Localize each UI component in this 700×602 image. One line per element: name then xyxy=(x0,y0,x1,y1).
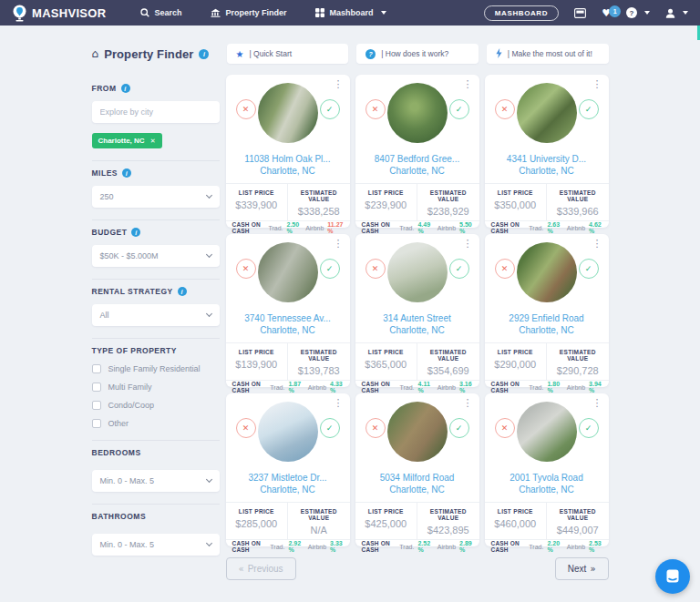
mashvisor-logo[interactable]: MASHVISOR xyxy=(12,5,106,22)
account-menu[interactable] xyxy=(665,8,688,18)
reject-property-button[interactable]: ✕ xyxy=(236,99,256,119)
help-menu[interactable]: ? xyxy=(626,7,650,18)
property-address-link[interactable]: 11038 Holm Oak Pl... xyxy=(226,153,350,165)
miles-select[interactable]: 250 xyxy=(92,186,220,208)
property-card: ✕ ✓ ⋮ 4341 University D... Charlotte, NC… xyxy=(485,75,609,228)
checkbox-condo-coop[interactable]: Condo/Coop xyxy=(92,401,220,410)
info-icon[interactable]: i xyxy=(122,168,131,178)
accept-property-button[interactable]: ✓ xyxy=(579,259,599,279)
info-icon[interactable]: i xyxy=(199,49,209,59)
accept-property-button[interactable]: ✓ xyxy=(320,99,340,119)
bathrooms-value: Min. 0 - Max. 5 xyxy=(100,540,155,549)
check-icon: ✓ xyxy=(456,423,463,433)
x-icon: ✕ xyxy=(242,264,250,273)
mashboard-button[interactable]: MASHBOARD xyxy=(484,5,559,21)
property-city-link[interactable]: Charlotte, NC xyxy=(226,484,350,495)
reject-property-button[interactable]: ✕ xyxy=(365,99,386,119)
property-city-link[interactable]: Charlotte, NC xyxy=(485,165,609,177)
reject-property-button[interactable]: ✕ xyxy=(365,259,386,279)
bathrooms-select[interactable]: Min. 0 - Max. 5 xyxy=(92,534,220,556)
checkbox-multi-family[interactable]: Multi Family xyxy=(92,383,220,392)
trad-coc-value: 2.50 % xyxy=(286,221,299,234)
info-icon[interactable]: i xyxy=(178,287,187,296)
accept-property-button[interactable]: ✓ xyxy=(579,99,599,119)
bedrooms-value: Min. 0 - Max. 5 xyxy=(100,476,155,485)
list-price-label: LIST PRICE xyxy=(228,508,286,515)
cash-on-cash-label: CASH ON CASH xyxy=(362,381,394,393)
kebab-menu-icon[interactable]: ⋮ xyxy=(463,79,473,89)
nav-item-property-finder[interactable]: Property Finder xyxy=(211,8,286,17)
checkbox-icon xyxy=(92,364,101,373)
property-city-link[interactable]: Charlotte, NC xyxy=(485,324,609,336)
property-address-link[interactable]: 314 Auten Street xyxy=(355,312,479,324)
property-city-link[interactable]: Charlotte, NC xyxy=(226,324,350,336)
property-city-link[interactable]: Charlotte, NC xyxy=(485,484,609,495)
nav-item-mashboard[interactable]: Mashboard xyxy=(315,8,386,17)
kebab-menu-icon[interactable]: ⋮ xyxy=(334,239,344,249)
kebab-menu-icon[interactable]: ⋮ xyxy=(592,239,602,249)
next-button[interactable]: Next » xyxy=(555,557,609,580)
accept-property-button[interactable]: ✓ xyxy=(579,418,599,438)
previous-button[interactable]: « Previous xyxy=(226,557,296,580)
property-photo[interactable] xyxy=(258,402,318,462)
airbnb-coc-value: 4.33 % xyxy=(330,381,343,393)
info-icon[interactable]: i xyxy=(121,84,130,93)
chevron-down-icon xyxy=(205,540,211,546)
favorites[interactable]: ♥ 1 xyxy=(602,8,611,18)
kebab-menu-icon[interactable]: ⋮ xyxy=(463,239,473,249)
reject-property-button[interactable]: ✕ xyxy=(495,418,515,438)
accept-property-button[interactable]: ✓ xyxy=(449,418,469,438)
make-the-most-button[interactable]: | Make the most out of it! xyxy=(487,44,609,64)
accept-property-button[interactable]: ✓ xyxy=(320,259,340,279)
property-city-link[interactable]: Charlotte, NC xyxy=(226,165,350,177)
kebab-menu-icon[interactable]: ⋮ xyxy=(463,398,473,408)
accept-property-button[interactable]: ✓ xyxy=(449,259,469,279)
checkbox-single-family[interactable]: Single Family Residential xyxy=(92,364,220,373)
kebab-menu-icon[interactable]: ⋮ xyxy=(592,79,602,89)
property-address-link[interactable]: 2001 Tyvola Road xyxy=(485,472,609,484)
budget-select[interactable]: $50K - $5.000M xyxy=(92,245,220,267)
property-photo[interactable] xyxy=(258,83,318,143)
how-does-it-work-button[interactable]: ? | How does it work? xyxy=(356,44,479,64)
bedrooms-select[interactable]: Min. 0 - Max. 5 xyxy=(92,470,220,492)
kebab-menu-icon[interactable]: ⋮ xyxy=(592,398,602,408)
airbnb-label: Airbnb xyxy=(567,544,585,550)
info-icon[interactable]: i xyxy=(131,228,140,237)
property-photo[interactable] xyxy=(387,242,448,302)
reject-property-button[interactable]: ✕ xyxy=(365,418,386,438)
property-address-link[interactable]: 8407 Bedford Gree... xyxy=(355,153,479,165)
explore-by-city-input[interactable] xyxy=(92,101,220,123)
tag-close-icon[interactable]: ✕ xyxy=(150,138,156,145)
location-tag[interactable]: Charlotte, NC ✕ xyxy=(92,133,162,148)
intercom-chat-launcher[interactable] xyxy=(655,559,690,594)
property-photo[interactable] xyxy=(517,83,577,143)
property-address-link[interactable]: 3237 Mistletoe Dr... xyxy=(226,472,350,484)
property-photo[interactable] xyxy=(387,402,448,462)
kebab-menu-icon[interactable]: ⋮ xyxy=(334,398,344,408)
reject-property-button[interactable]: ✕ xyxy=(236,259,256,279)
accept-property-button[interactable]: ✓ xyxy=(320,418,340,438)
checkbox-other[interactable]: Other xyxy=(92,419,220,428)
property-city-link[interactable]: Charlotte, NC xyxy=(355,324,479,336)
list-price-value: $239,900 xyxy=(357,199,416,210)
list-price-label: LIST PRICE xyxy=(228,349,286,355)
reject-property-button[interactable]: ✕ xyxy=(495,259,515,279)
property-address-link[interactable]: 3740 Tennessee Av... xyxy=(226,312,350,324)
property-photo[interactable] xyxy=(517,242,577,302)
property-address-link[interactable]: 2929 Enfield Road xyxy=(485,312,609,324)
property-photo[interactable] xyxy=(387,83,448,143)
reject-property-button[interactable]: ✕ xyxy=(495,99,515,119)
property-address-link[interactable]: 4341 University D... xyxy=(485,153,609,165)
kebab-menu-icon[interactable]: ⋮ xyxy=(334,79,344,89)
reject-property-button[interactable]: ✕ xyxy=(236,418,256,438)
accept-property-button[interactable]: ✓ xyxy=(449,99,469,119)
image-icon[interactable] xyxy=(574,8,586,18)
rental-strategy-select[interactable]: All xyxy=(92,304,220,326)
quick-start-button[interactable]: ★ | Quick Start xyxy=(227,44,349,64)
property-photo[interactable] xyxy=(517,402,577,462)
property-address-link[interactable]: 5034 Milford Road xyxy=(355,472,479,484)
property-city-link[interactable]: Charlotte, NC xyxy=(355,484,479,495)
property-photo[interactable] xyxy=(258,242,318,302)
property-city-link[interactable]: Charlotte, NC xyxy=(355,165,479,177)
nav-item-search[interactable]: Search xyxy=(140,8,181,17)
